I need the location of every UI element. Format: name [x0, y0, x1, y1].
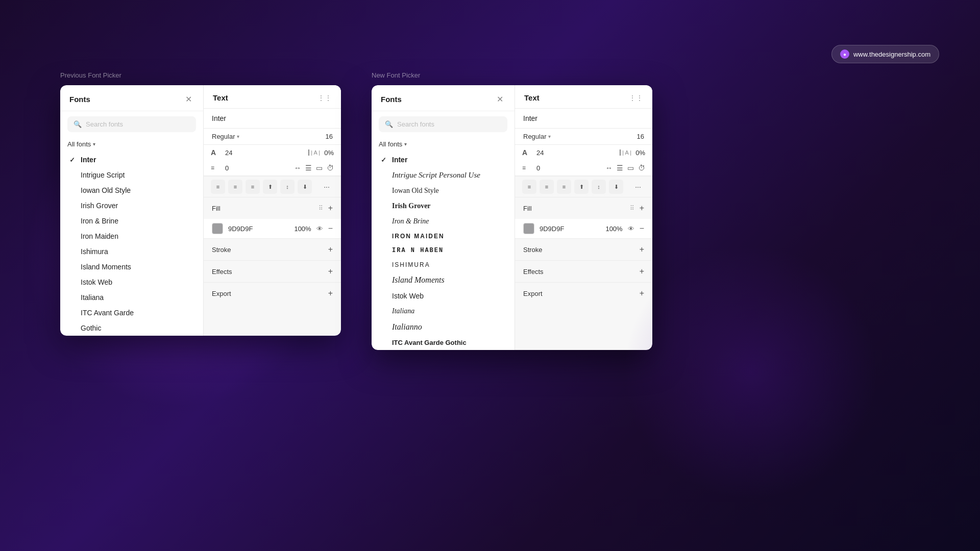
new-font-item-italianno[interactable]: Italianno — [376, 319, 510, 335]
font-name: Inter — [392, 156, 407, 164]
new-search-box[interactable]: 🔍 Search fonts — [379, 116, 507, 132]
new-align-center-button[interactable]: ≡ — [540, 180, 554, 194]
new-rect-icon[interactable]: ▭ — [627, 164, 634, 172]
new-align-left-button[interactable]: ≡ — [522, 180, 536, 194]
previous-grid-icon[interactable]: ⋮⋮ — [317, 94, 332, 102]
new-valign-bottom-button[interactable]: ⬇ — [609, 180, 623, 194]
align-justify-icon[interactable]: ☰ — [305, 164, 312, 172]
new-size-value[interactable]: 24 — [536, 149, 549, 157]
new-arrow-h-icon[interactable]: ↔ — [605, 164, 612, 172]
new-drag-fill-icon[interactable]: ⠿ — [630, 205, 634, 212]
new-tracking-value[interactable]: 0% — [635, 149, 645, 157]
previous-font-item-inter[interactable]: ✓ Inter — [64, 152, 199, 167]
previous-font-item-iron-brine[interactable]: Iron & Brine — [64, 213, 199, 229]
previous-color-swatch[interactable] — [212, 223, 223, 234]
drag-fill-icon[interactable]: ⠿ — [318, 205, 323, 212]
valign-mid-button[interactable]: ↕ — [280, 180, 295, 194]
new-grid-icon[interactable]: ⋮⋮ — [629, 94, 643, 102]
previous-search-box[interactable]: 🔍 Search fonts — [67, 116, 196, 132]
new-add-export-button[interactable]: + — [640, 289, 644, 298]
new-opacity[interactable]: 100% — [605, 225, 622, 233]
new-picker-label: New Font Picker — [372, 71, 652, 79]
add-effects-button[interactable]: + — [328, 267, 333, 276]
new-add-effects-button[interactable]: + — [640, 267, 644, 276]
previous-font-item-intrigue[interactable]: Intrigue Script — [64, 167, 199, 183]
new-visibility-icon[interactable]: 👁 — [628, 225, 634, 233]
new-font-item-ira[interactable]: IRA N HABEN — [376, 243, 510, 258]
new-font-item-iron-maiden[interactable]: IRON MAIDEN — [376, 229, 510, 243]
new-valign-top-button[interactable]: ⬆ — [574, 180, 589, 194]
previous-color-hex[interactable]: 9D9D9F — [228, 225, 289, 233]
align-right-button[interactable]: ≡ — [246, 180, 260, 194]
more-options-button[interactable]: ··· — [320, 180, 334, 194]
new-style-select[interactable]: Regular ▾ — [523, 133, 551, 140]
new-effects-section-row: Effects + — [515, 260, 652, 282]
new-fill-icons: ⠿ + — [630, 204, 644, 213]
new-close-button[interactable]: ✕ — [494, 93, 505, 105]
font-name: Intrigue Script — [81, 171, 125, 179]
previous-opacity[interactable]: 100% — [294, 225, 311, 233]
previous-tracking-value[interactable]: 0% — [324, 149, 334, 157]
previous-font-item-gothic[interactable]: Gothic — [64, 320, 199, 336]
previous-style-select[interactable]: Regular ▾ — [212, 133, 239, 140]
new-fonts-header: Fonts ✕ — [372, 85, 514, 111]
previous-font-item-italiana[interactable]: Italiana — [64, 290, 199, 305]
new-add-stroke-button[interactable]: + — [640, 245, 644, 254]
new-font-item-island[interactable]: Island Moments — [376, 272, 510, 288]
new-font-item-iron-brine[interactable]: Iron & Brine — [376, 214, 510, 229]
previous-font-item-irish[interactable]: Irish Grover — [64, 198, 199, 213]
font-name: IRON MAIDEN — [392, 233, 445, 240]
new-color-swatch[interactable] — [523, 223, 534, 234]
font-name: Iron & Brine — [392, 217, 429, 226]
new-font-item-irish[interactable]: Irish Grover — [376, 198, 510, 214]
previous-effects-section-row: Effects + — [204, 260, 341, 282]
new-spacing-value[interactable]: 0 — [536, 164, 549, 172]
new-clock-icon[interactable]: ⏱ — [638, 164, 645, 172]
visibility-icon[interactable]: 👁 — [316, 225, 323, 233]
previous-close-button[interactable]: ✕ — [183, 93, 194, 105]
valign-bottom-button[interactable]: ⬇ — [298, 180, 312, 194]
new-add-fill-button[interactable]: + — [640, 204, 644, 213]
new-color-hex[interactable]: 9D9D9F — [540, 225, 600, 233]
previous-font-item-itc[interactable]: ITC Avant Garde — [64, 305, 199, 320]
align-left-button[interactable]: ≡ — [211, 180, 225, 194]
new-font-item-inter[interactable]: ✓ Inter — [376, 152, 510, 167]
previous-search-placeholder: Search fonts — [86, 120, 123, 128]
new-size-input[interactable]: 16 — [634, 133, 644, 140]
new-more-options-button[interactable]: ··· — [631, 180, 645, 194]
new-remove-fill-button[interactable]: − — [640, 224, 644, 233]
new-align-right-button[interactable]: ≡ — [557, 180, 571, 194]
previous-font-item-iron-maiden[interactable]: Iron Maiden — [64, 229, 199, 244]
new-font-item-intrigue[interactable]: Intrigue Script Personal Use — [376, 167, 510, 183]
new-align-justify-icon[interactable]: ☰ — [617, 164, 623, 172]
new-text-panel: Text ⋮⋮ Inter Regular ▾ 16 A 24 — [514, 85, 652, 350]
previous-font-item-ishimura[interactable]: Ishimura — [64, 244, 199, 259]
align-center-button[interactable]: ≡ — [228, 180, 242, 194]
new-filter-row[interactable]: All fonts ▾ — [372, 137, 514, 152]
previous-size-input[interactable]: 16 — [323, 133, 333, 140]
clock-icon[interactable]: ⏱ — [327, 164, 334, 172]
previous-font-item-island[interactable]: Island Moments — [64, 259, 199, 274]
remove-fill-button[interactable]: − — [328, 224, 333, 233]
previous-size-value[interactable]: 24 — [225, 149, 238, 157]
add-stroke-button[interactable]: + — [328, 245, 333, 254]
add-fill-button[interactable]: + — [328, 204, 333, 213]
new-valign-mid-button[interactable]: ↕ — [592, 180, 606, 194]
new-filter-arrow: ▾ — [404, 141, 407, 147]
font-name: Ishimura — [81, 247, 108, 256]
new-font-item-italiana[interactable]: Italiana — [376, 304, 510, 319]
new-font-item-ishimura[interactable]: ISHIMURA — [376, 258, 510, 272]
valign-top-button[interactable]: ⬆ — [263, 180, 277, 194]
new-font-item-iowan[interactable]: Iowan Old Style — [376, 183, 510, 198]
previous-spacing-value[interactable]: 0 — [225, 164, 238, 172]
add-export-button[interactable]: + — [328, 289, 333, 298]
previous-font-item-iowan[interactable]: Iowan Old Style — [64, 183, 199, 198]
rect-icon[interactable]: ▭ — [316, 164, 323, 172]
new-font-item-istok[interactable]: Istok Web — [376, 288, 510, 304]
font-name: Island Moments — [81, 263, 131, 271]
previous-font-item-istok[interactable]: Istok Web — [64, 274, 199, 290]
new-font-item-itc[interactable]: ITC Avant Garde Gothic — [376, 335, 510, 350]
previous-effects-title: Effects — [212, 268, 232, 276]
arrow-h-icon[interactable]: ↔ — [294, 164, 301, 172]
previous-filter-row[interactable]: All fonts ▾ — [60, 137, 203, 152]
